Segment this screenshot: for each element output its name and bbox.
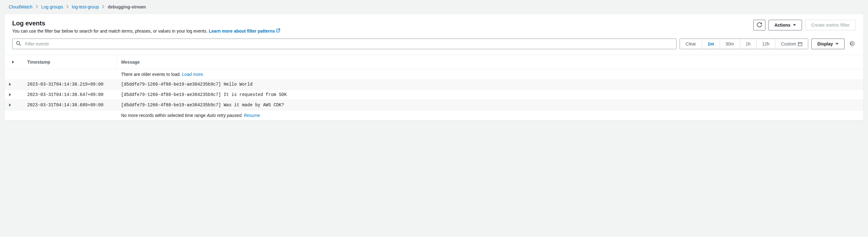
breadcrumb-current: debugging-stream xyxy=(107,4,146,9)
time-range-selector: Clear 1m 30m 1h 12h Custom xyxy=(680,38,808,49)
chevron-right-icon xyxy=(12,60,14,63)
svg-rect-2 xyxy=(798,43,802,46)
message-cell: [d5ddfe79-1266-4f88-be19-ae304235b9c7] W… xyxy=(117,100,863,110)
breadcrumb-cloudwatch[interactable]: CloudWatch xyxy=(9,4,33,9)
footer-row: No more records within selected time ran… xyxy=(5,110,863,121)
time-30m[interactable]: 30m xyxy=(720,39,740,49)
chevron-right-icon xyxy=(9,103,11,107)
breadcrumb: CloudWatch Log groups log-test-group deb… xyxy=(0,0,868,14)
refresh-icon xyxy=(757,22,762,28)
load-more-link[interactable]: Load more. xyxy=(182,72,204,77)
panel-header: Log events You can use the filter bar be… xyxy=(5,14,863,38)
display-button[interactable]: Display xyxy=(811,38,844,49)
time-clear[interactable]: Clear xyxy=(680,39,702,49)
filter-events-input[interactable] xyxy=(12,38,677,49)
chevron-right-icon xyxy=(36,4,38,9)
table-row: 2023-03-31T04:14:38.689+09:00 [d5ddfe79-… xyxy=(5,100,863,110)
page-title: Log events xyxy=(12,20,747,27)
gear-icon xyxy=(849,41,855,47)
col-message: Message xyxy=(117,55,863,69)
time-1m[interactable]: 1m xyxy=(702,39,720,49)
learn-more-link[interactable]: Learn more about filter patterns xyxy=(209,28,280,33)
chevron-right-icon xyxy=(102,4,104,9)
calendar-icon xyxy=(798,42,802,46)
timestamp-cell: 2023-03-31T04:14:38.219+09:00 xyxy=(23,79,117,90)
expand-row-button[interactable] xyxy=(5,90,23,100)
chevron-down-icon xyxy=(835,43,839,45)
older-events-row: There are older events to load. Load mor… xyxy=(5,69,863,80)
refresh-button[interactable] xyxy=(753,20,765,30)
search-icon xyxy=(16,41,21,47)
actions-button[interactable]: Actions xyxy=(769,20,802,30)
log-events-panel: Log events You can use the filter bar be… xyxy=(4,14,864,121)
timestamp-cell: 2023-03-31T04:14:38.689+09:00 xyxy=(23,100,117,110)
chevron-right-icon xyxy=(9,93,11,96)
chevron-right-icon xyxy=(66,4,69,9)
message-cell: [d5ddfe79-1266-4f88-be19-ae304235b9c7] H… xyxy=(117,79,863,90)
external-link-icon xyxy=(276,28,280,33)
create-metric-filter-button[interactable]: Create metric filter xyxy=(805,20,856,30)
breadcrumb-log-groups[interactable]: Log groups xyxy=(41,4,63,9)
chevron-down-icon xyxy=(793,24,796,26)
toolbar: Clear 1m 30m 1h 12h Custom Display xyxy=(5,38,863,55)
expand-row-button[interactable] xyxy=(5,100,23,110)
chevron-right-icon xyxy=(9,83,11,86)
log-events-table: Timestamp Message There are older events… xyxy=(5,55,863,121)
time-custom[interactable]: Custom xyxy=(775,39,808,49)
expand-row-button[interactable] xyxy=(5,79,23,90)
time-12h[interactable]: 12h xyxy=(756,39,775,49)
message-cell: [d5ddfe79-1266-4f88-be19-ae304235b9c7] I… xyxy=(117,90,863,100)
time-1h[interactable]: 1h xyxy=(740,39,756,49)
page-subtitle: You can use the filter bar below to sear… xyxy=(12,28,747,33)
svg-point-0 xyxy=(17,42,20,45)
breadcrumb-log-test-group[interactable]: log-test-group xyxy=(72,4,99,9)
svg-line-1 xyxy=(20,44,21,46)
col-timestamp: Timestamp xyxy=(23,55,117,69)
resume-link[interactable]: Resume xyxy=(244,113,260,118)
timestamp-cell: 2023-03-31T04:14:38.647+09:00 xyxy=(23,90,117,100)
table-row: 2023-03-31T04:14:38.647+09:00 [d5ddfe79-… xyxy=(5,90,863,100)
settings-button[interactable] xyxy=(848,40,856,49)
table-row: 2023-03-31T04:14:38.219+09:00 [d5ddfe79-… xyxy=(5,79,863,90)
col-expand[interactable] xyxy=(5,55,23,69)
